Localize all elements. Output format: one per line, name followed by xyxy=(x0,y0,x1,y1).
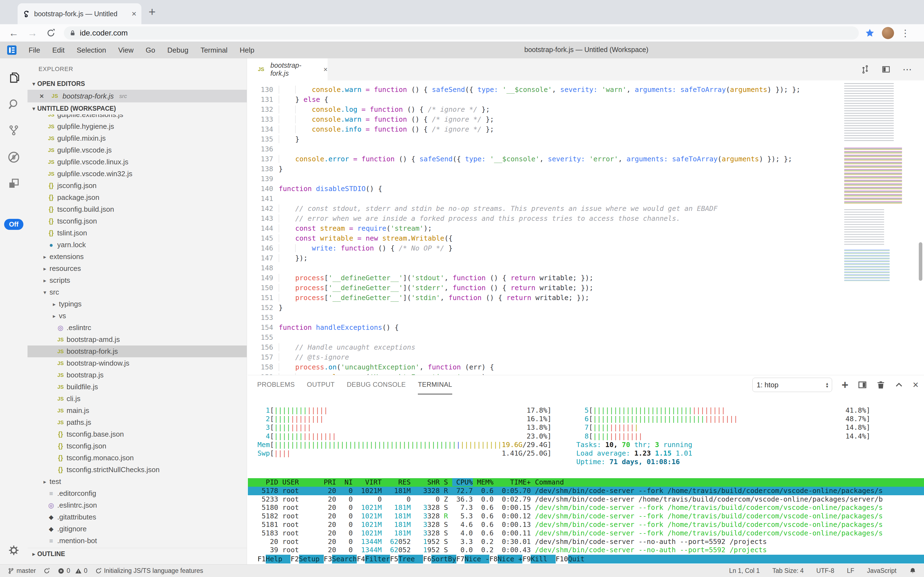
search-icon[interactable] xyxy=(0,97,27,111)
process-row-5233[interactable]: 5233 root 20 0 0 0 0 Z 36.3 0.0 0:02.79 … xyxy=(248,495,924,504)
fkey-f5[interactable]: F5 xyxy=(390,555,399,564)
bookmark-star-icon[interactable] xyxy=(865,28,875,38)
open-editor-item[interactable]: × JS bootstrap-fork.js src xyxy=(27,90,247,102)
tab-close-icon[interactable]: × xyxy=(132,9,137,18)
split-terminal-icon[interactable] xyxy=(858,380,867,390)
code-line-140[interactable]: function disableSTDIO() { xyxy=(279,184,800,194)
panel-tab-problems[interactable]: PROBLEMS xyxy=(257,375,295,395)
code-line-142[interactable]: // const stdout, stderr and stdin be no-… xyxy=(279,204,800,214)
code-line-139[interactable] xyxy=(279,174,800,184)
open-editors-header[interactable]: ▾ OPEN EDITORS xyxy=(27,77,247,90)
debug-disabled-icon[interactable] xyxy=(0,150,27,164)
process-row-5178[interactable]: 5178 root 20 0 1021M 181M 3328 R 72.7 0.… xyxy=(248,487,924,495)
tree-item-gulpfile.extensions.js[interactable]: JSgulpfile.extensions.js xyxy=(27,114,247,121)
new-tab-button[interactable]: + xyxy=(149,5,156,19)
editor-tab[interactable]: JS bootstrap-fork.js × xyxy=(248,58,328,81)
tree-item-vs[interactable]: ▸vs xyxy=(27,310,247,322)
process-row-5180[interactable]: 5180 root 20 0 1021M 181M 3328 S 7.3 0.6… xyxy=(248,503,924,512)
tree-item-tsconfig.json[interactable]: {}tsconfig.json xyxy=(27,215,247,227)
url-bar[interactable]: ide.coder.com xyxy=(64,26,859,40)
code-line-151[interactable]: process['__defineGetter__']('stdin', fun… xyxy=(279,293,800,303)
code-line-137[interactable]: console.error = function () { safeSend({… xyxy=(279,154,800,164)
tree-item-gulpfile.hygiene.js[interactable]: JSgulpfile.hygiene.js xyxy=(27,121,247,132)
back-icon[interactable]: ← xyxy=(9,27,19,39)
code-editor[interactable]: 1301311321331341351361371381391401411421… xyxy=(248,81,924,375)
tree-item-.eslintrc[interactable]: ◎.eslintrc xyxy=(27,322,247,334)
code-line-155[interactable] xyxy=(279,332,800,342)
notifications-bell-icon[interactable] xyxy=(909,567,916,575)
language-status[interactable]: Initializing JS/TS language features xyxy=(95,567,203,575)
tree-item-gulpfile.vscode.linux.js[interactable]: JSgulpfile.vscode.linux.js xyxy=(27,156,247,168)
code-line-148[interactable] xyxy=(279,263,800,273)
split-editor-icon[interactable] xyxy=(882,65,890,74)
menu-item-help[interactable]: Help xyxy=(239,46,254,55)
panel-tab-debug-console[interactable]: DEBUG CONSOLE xyxy=(347,375,406,395)
fkey-action-nice[interactable]: Nice + xyxy=(498,555,522,564)
code-line-146[interactable]: write: function () { /* No OP */ } xyxy=(279,243,800,253)
tree-item-paths.js[interactable]: JSpaths.js xyxy=(27,416,247,428)
fkey-f7[interactable]: F7 xyxy=(456,555,464,564)
code-line-132[interactable]: console.log = function () { /* ignore */… xyxy=(279,105,800,114)
tree-item-test[interactable]: ▸test xyxy=(27,476,247,488)
tree-item-cli.js[interactable]: JScli.js xyxy=(27,393,247,405)
fkey-f4[interactable]: F4 xyxy=(357,555,365,564)
tree-item-gulpfile.mixin.js[interactable]: JSgulpfile.mixin.js xyxy=(27,132,247,144)
code-line-149[interactable]: process['__defineGetter__']('stdout', fu… xyxy=(279,273,800,283)
code-line-158[interactable]: process.on('uncaughtException', function… xyxy=(279,362,800,372)
tree-item-bootstrap.js[interactable]: JSbootstrap.js xyxy=(27,369,247,381)
process-row-5181[interactable]: 5181 root 20 0 1021M 181M 3328 S 4.6 0.6… xyxy=(248,521,924,529)
tree-item-tsconfig.json[interactable]: {}tsconfig.json xyxy=(27,440,247,452)
maximize-panel-icon[interactable] xyxy=(895,380,903,389)
tree-item-tslint.json[interactable]: {}tslint.json xyxy=(27,227,247,239)
menu-item-file[interactable]: File xyxy=(29,46,40,55)
browser-tab[interactable]: bootstrap-fork.js — Untitled (W × xyxy=(18,3,141,24)
tree-item-bootstrap-fork.js[interactable]: JSbootstrap-fork.js xyxy=(27,345,247,357)
fkey-f9[interactable]: F9 xyxy=(522,555,530,564)
tree-item-yarn.lock[interactable]: ●yarn.lock xyxy=(27,239,247,251)
cursor-position[interactable]: Ln 1, Col 1 xyxy=(729,567,760,575)
fkey-f10[interactable]: F10 xyxy=(556,555,568,564)
code-line-157[interactable]: // @ts-ignore xyxy=(279,352,800,362)
more-actions-icon[interactable]: ⋯ xyxy=(903,64,912,75)
tree-item-resources[interactable]: ▸resources xyxy=(27,263,247,274)
code-line-154[interactable]: function handleExceptions() { xyxy=(279,322,800,332)
fkey-f1[interactable]: F1 xyxy=(257,555,266,564)
new-terminal-icon[interactable]: + xyxy=(842,379,848,390)
problems-indicator[interactable]: 0 0 xyxy=(58,567,87,575)
encoding[interactable]: UTF-8 xyxy=(816,567,834,575)
branch-indicator[interactable]: master xyxy=(8,567,36,575)
eol[interactable]: LF xyxy=(847,567,854,575)
process-row-5182[interactable]: 5182 root 20 0 1021M 181M 3328 R 5.3 0.6… xyxy=(248,512,924,521)
tree-item-.editorconfig[interactable]: ≡.editorconfig xyxy=(27,488,247,500)
fkey-f2[interactable]: F2 xyxy=(291,555,299,564)
tree-item-tsconfig.base.json[interactable]: {}tsconfig.base.json xyxy=(27,428,247,440)
tree-item-buildfile.js[interactable]: JSbuildfile.js xyxy=(27,381,247,393)
tree-item-bootstrap-amd.js[interactable]: JSbootstrap-amd.js xyxy=(27,334,247,345)
open-changes-icon[interactable] xyxy=(861,65,869,74)
code-line-130[interactable]: console.warn = function () { safeSend({ … xyxy=(279,85,800,95)
extensions-icon[interactable] xyxy=(0,177,27,190)
tab-close-icon[interactable]: × xyxy=(323,65,328,74)
process-row-39[interactable]: 39 root 20 0 1344M 62052 1952 S 0.0 0.2 … xyxy=(248,546,924,554)
telemetry-off-badge[interactable]: Off xyxy=(4,219,23,230)
code-line-156[interactable]: // Handle uncaught exceptions xyxy=(279,342,800,352)
tree-item-typings[interactable]: ▸typings xyxy=(27,298,247,310)
menu-item-view[interactable]: View xyxy=(118,46,134,55)
tree-item-package.json[interactable]: {}package.json xyxy=(27,192,247,203)
fkey-action-kill[interactable]: Kill xyxy=(530,555,555,564)
code-line-147[interactable]: }); xyxy=(279,253,800,263)
code-line-153[interactable] xyxy=(279,313,800,322)
code-line-144[interactable]: const stream = require('stream'); xyxy=(279,224,800,234)
code-line-135[interactable]: } xyxy=(279,134,800,144)
process-row-5183[interactable]: 5183 root 20 0 1021M 181M 3328 S 4.0 0.6… xyxy=(248,529,924,538)
sync-button[interactable] xyxy=(43,567,50,574)
avatar[interactable] xyxy=(882,27,894,39)
browser-menu-icon[interactable]: ⋮ xyxy=(901,27,910,39)
explorer-icon[interactable] xyxy=(0,71,27,85)
tree-item-jsconfig.json[interactable]: {}jsconfig.json xyxy=(27,180,247,192)
fkey-action-sortby[interactable]: SortBy xyxy=(431,555,456,564)
code-line-138[interactable]: } xyxy=(279,164,800,174)
code-line-159[interactable]: console.error('Uncaught Exception: ', er… xyxy=(279,372,800,375)
menu-item-edit[interactable]: Edit xyxy=(52,46,65,55)
terminal-select[interactable]: 1: htop ▴▾ xyxy=(752,378,832,392)
